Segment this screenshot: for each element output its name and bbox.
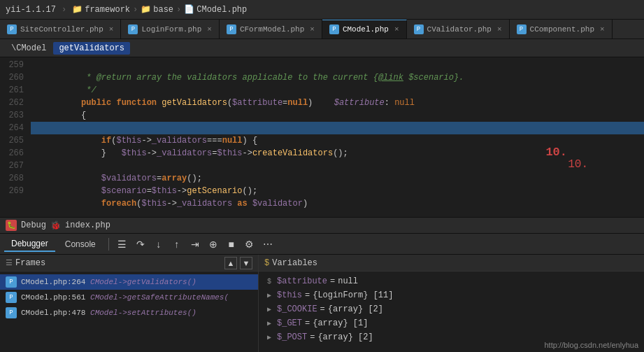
frame-item-1[interactable]: P CModel.php:561 CModel->getSafeAttribut… <box>0 290 258 305</box>
variables-header: $ Variables <box>259 255 644 272</box>
frame-text-2: CModel.php:478 CModel->setAttributes() <box>21 309 196 317</box>
annotation-10: 10. <box>568 158 588 171</box>
php-frame-icon-0: P <box>6 276 17 288</box>
variables-title: Variables <box>272 258 317 268</box>
frames-up-btn[interactable]: ▲ <box>224 257 237 269</box>
tab-console[interactable]: Console <box>58 237 103 251</box>
code-content: * @return array the validators applicabl… <box>28 57 644 217</box>
php-frame-icon-2: P <box>6 307 17 318</box>
code-line-264: $this->_validators=$this->createValidato… <box>31 122 644 134</box>
title-bar: yii-1.1.17 › 📁 framework › 📁 base › 📄 CM… <box>0 0 644 20</box>
tab-close-0[interactable]: × <box>109 25 114 34</box>
yii-version: yii-1.1.17 <box>6 5 56 15</box>
tab-cmodel[interactable]: P CModel.php × <box>322 20 407 38</box>
var-this[interactable]: ▶ $this = {LoginForm} [11] <box>259 288 644 302</box>
editor: 259 260 261 262 263 264 265 266 267 268 … <box>0 57 644 217</box>
annotation-10-overlay: 10. <box>545 146 567 159</box>
php-icon: P <box>329 24 339 34</box>
watermark: http://blog.csdn.net/enlyhua <box>544 341 638 349</box>
var-get[interactable]: ▶ $_GET = {array} [1] <box>259 316 644 330</box>
var-expand-4[interactable]: ▶ <box>264 332 274 342</box>
frame-item-2[interactable]: P CModel.php:478 CModel->setAttributes() <box>0 305 258 321</box>
php-icon: P <box>7 24 17 34</box>
frames-list: P CModel.php:264 CModel->getValidators()… <box>0 272 258 352</box>
title-breadcrumb: 📁 framework › 📁 base › 📄 CModel.php <box>72 4 247 15</box>
code-line-260: */ <box>31 71 644 84</box>
line-numbers: 259 260 261 262 263 264 265 266 267 268 … <box>0 57 28 217</box>
tab-loginform[interactable]: P LoginForm.php × <box>121 20 219 38</box>
tab-close-2[interactable]: × <box>310 25 315 34</box>
php-frame-icon-1: P <box>6 292 17 303</box>
code-line-261: public function getValidators($attribute… <box>31 84 644 97</box>
step-into-button[interactable]: ↓ <box>151 237 166 252</box>
php-icon: P <box>227 24 236 34</box>
var-expand-2[interactable]: ▶ <box>264 304 274 314</box>
toolbar-separator <box>108 238 109 251</box>
frames-title: Frames <box>15 258 45 268</box>
code-line-259: * @return array the validators applicabl… <box>31 59 644 71</box>
variables-panel: $ Variables $ $attribute = null ▶ $this … <box>259 255 644 352</box>
tab-close-5[interactable]: × <box>600 25 605 34</box>
panel-arrows: ▲ ▼ <box>224 257 252 269</box>
tab-debugger[interactable]: Debugger <box>4 237 55 252</box>
file-icon: 📄 CModel.php <box>184 4 247 15</box>
var-attribute[interactable]: $ $attribute = null <box>259 274 644 288</box>
evaluate-button[interactable]: ⊕ <box>206 237 221 252</box>
breadcrumb-getvalidators[interactable]: getValidators <box>53 42 130 55</box>
breadcrumb-cmodel[interactable]: \CModel <box>6 42 52 55</box>
frame-text-1: CModel.php:561 CModel->getSafeAttributeN… <box>21 293 229 302</box>
step-over-button[interactable]: ↷ <box>133 237 148 252</box>
settings-button[interactable]: ⚙ <box>242 237 257 252</box>
tab-sitecontroller[interactable]: P SiteController.php × <box>0 20 121 38</box>
debug-filename: index.php <box>65 220 110 230</box>
step-out-button[interactable]: ↑ <box>169 237 185 252</box>
debug-panels: ☰ Frames ▲ ▼ P CModel.php:264 CModel->ge… <box>0 255 644 352</box>
debug-bar: 🐛 Debug 🐞 index.php <box>0 217 644 234</box>
tab-close-1[interactable]: × <box>207 25 212 34</box>
var-expand-3[interactable]: ▶ <box>264 318 274 328</box>
tab-close-3[interactable]: × <box>394 25 399 34</box>
folder-icon-2: 📁 base <box>141 4 173 15</box>
code-line-267: $validators=array(); 10. <box>31 160 644 172</box>
frame-text-0: CModel.php:264 CModel->getValidators() <box>21 278 196 286</box>
debug-file: 🐞 <box>50 220 61 231</box>
tab-ccomponent[interactable]: P CComponent.php × <box>510 20 613 38</box>
code-line-269: foreach($this->_validators as $validator… <box>31 185 644 197</box>
php-icon: P <box>517 24 527 34</box>
var-cookie[interactable]: ▶ $_COOKIE = {array} [2] <box>259 302 644 316</box>
tab-close-4[interactable]: × <box>497 25 502 34</box>
var-expand-1[interactable]: ▶ <box>264 290 274 300</box>
debug-icon: 🐛 <box>6 220 17 231</box>
stop-button[interactable]: ■ <box>224 237 239 252</box>
breadcrumb-bar: \CModel getValidators <box>0 39 644 57</box>
tab-cvalidator[interactable]: P CValidator.php × <box>407 20 510 38</box>
php-icon: P <box>414 24 424 34</box>
php-icon: P <box>128 24 138 34</box>
debug-label: Debug <box>21 220 46 230</box>
folder-icon-1: 📁 framework <box>72 4 130 15</box>
frame-item-0[interactable]: P CModel.php:264 CModel->getValidators() <box>0 274 258 290</box>
tabs-bar: P SiteController.php × P LoginForm.php ×… <box>0 20 644 39</box>
run-to-cursor-button[interactable]: ⇥ <box>187 237 203 252</box>
code-line-268: $scenario=$this->getScenario(); <box>31 172 644 185</box>
frames-header: ☰ Frames ▲ ▼ <box>0 255 258 272</box>
tab-cformmodel[interactable]: P CFormModel.php × <box>220 20 322 38</box>
var-icon: $ <box>264 258 269 268</box>
code-line-263: if($this->_validators===null) { <box>31 109 644 122</box>
variables-list: $ $attribute = null ▶ $this = {LoginForm… <box>259 272 644 352</box>
frames-panel: ☰ Frames ▲ ▼ P CModel.php:264 CModel->ge… <box>0 255 259 352</box>
more-button[interactable]: ⋯ <box>260 237 276 252</box>
var-expand-0: $ <box>264 276 274 286</box>
frames-button[interactable]: ☰ <box>115 237 130 252</box>
frames-down-btn[interactable]: ▼ <box>240 257 252 269</box>
debugger-toolbar: Debugger Console ☰ ↷ ↓ ↑ ⇥ ⊕ ■ ⚙ ⋯ <box>0 234 644 255</box>
code-line-262: { <box>31 97 644 109</box>
